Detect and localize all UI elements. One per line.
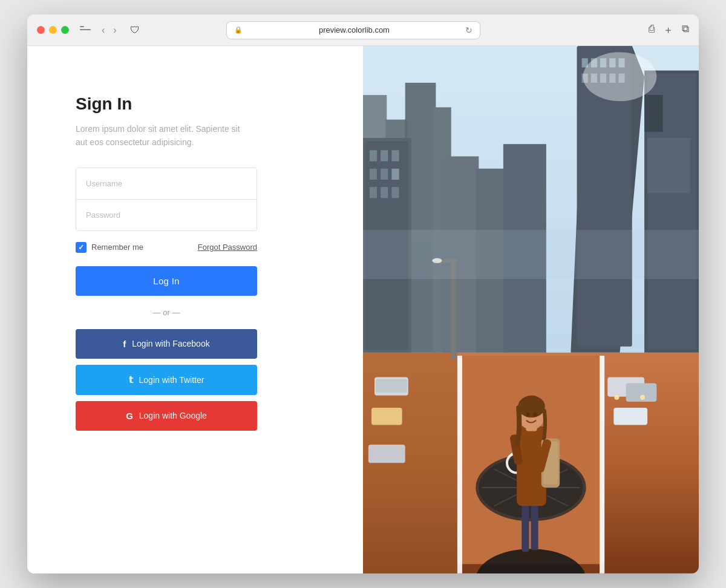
username-input[interactable] (76, 168, 257, 200)
google-login-label: Login with Google (139, 411, 207, 420)
maximize-button[interactable] (61, 26, 69, 34)
left-panel: Sign In Lorem ipsum dolor sit amet elit.… (27, 46, 363, 573)
toolbar-actions: ⎙ ＋ ⧉ (649, 23, 689, 37)
traffic-lights (37, 26, 69, 34)
credentials-group (76, 168, 257, 231)
page-title: Sign In (76, 94, 327, 114)
twitter-login-label: Login with Twitter (139, 375, 204, 385)
browser-window: ‹ › 🛡 🔒 preview.colorlib.com ↻ ⎙ ＋ ⧉ Sig… (27, 15, 699, 573)
sidebar-toggle-icon[interactable] (80, 26, 91, 34)
password-input[interactable] (76, 200, 257, 230)
facebook-login-label: Login with Facebook (132, 339, 209, 348)
back-button[interactable]: ‹ (99, 24, 107, 37)
new-tab-icon[interactable]: ＋ (663, 23, 673, 37)
remember-me-checkbox[interactable] (76, 242, 87, 253)
options-row: Remember me Forgot Password (76, 242, 257, 253)
shield-icon: 🛡 (130, 25, 140, 36)
lock-icon: 🔒 (234, 26, 243, 34)
twitter-icon: 𝕥 (129, 374, 133, 385)
share-icon[interactable]: ⎙ (649, 23, 655, 37)
or-divider: — or — (76, 308, 257, 317)
browser-content: Sign In Lorem ipsum dolor sit amet elit.… (27, 46, 699, 573)
login-form: Remember me Forgot Password Log In — or … (76, 168, 257, 437)
google-icon: G (126, 411, 133, 421)
right-panel (363, 46, 699, 573)
close-button[interactable] (37, 26, 45, 34)
reload-icon[interactable]: ↻ (465, 25, 473, 35)
minimize-button[interactable] (49, 26, 57, 34)
facebook-login-button[interactable]: f Login with Facebook (76, 329, 257, 359)
google-login-button[interactable]: G Login with Google (76, 401, 257, 431)
twitter-login-button[interactable]: 𝕥 Login with Twitter (76, 365, 257, 395)
browser-toolbar: ‹ › 🛡 🔒 preview.colorlib.com ↻ ⎙ ＋ ⧉ (27, 15, 699, 46)
tab-overview-icon[interactable]: ⧉ (682, 23, 689, 37)
forward-button[interactable]: › (111, 24, 119, 37)
page-subtitle: Lorem ipsum dolor sit amet elit. Sapient… (76, 122, 245, 149)
facebook-icon: f (123, 339, 126, 349)
forgot-password-link[interactable]: Forgot Password (198, 243, 257, 252)
nav-arrows: ‹ › (99, 24, 119, 37)
remember-me-label: Remember me (91, 243, 143, 252)
url-text: preview.colorlib.com (246, 25, 462, 34)
hero-image (363, 46, 699, 573)
login-button[interactable]: Log In (76, 266, 257, 296)
remember-me-group: Remember me (76, 242, 143, 253)
address-bar[interactable]: 🔒 preview.colorlib.com ↻ (226, 21, 480, 39)
